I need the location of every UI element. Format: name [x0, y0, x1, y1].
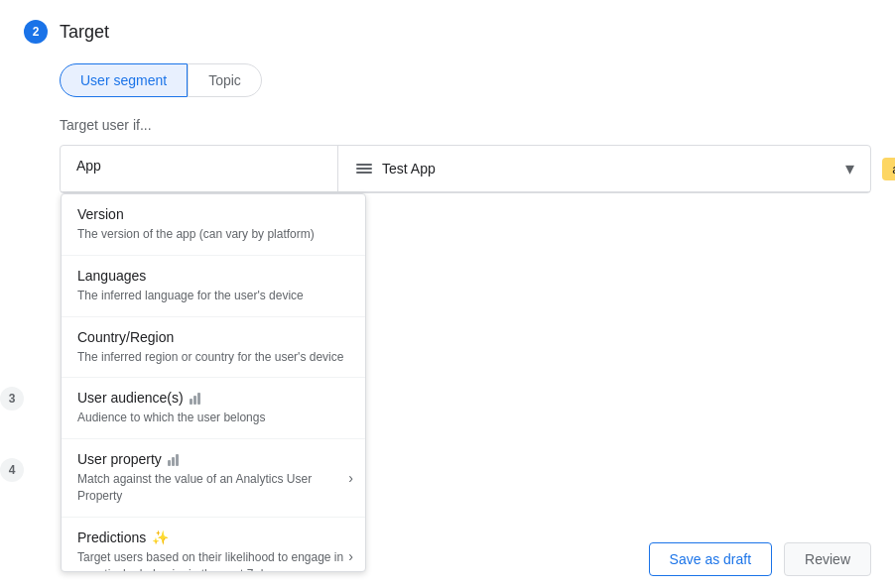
step-badge-4: 4 — [0, 458, 24, 482]
dropdown-item-predictions[interactable]: Predictions ✨ Target users based on thei… — [62, 518, 365, 571]
item-title-country: Country/Region — [77, 329, 174, 345]
col-value-cell: Test App ▾ — [338, 146, 870, 191]
tab-topic[interactable]: Topic — [188, 63, 262, 97]
app-icon — [354, 159, 374, 178]
bar-chart-icon-audiences — [190, 391, 200, 405]
tabs-row: User segment Topic — [60, 63, 871, 97]
page-container: 2 Target User segment Topic Target user … — [0, 0, 895, 588]
chevron-right-icon-predictions: › — [348, 548, 353, 564]
item-desc-version: The version of the app (can vary by plat… — [77, 226, 349, 243]
dropdown-item-audiences[interactable]: User audience(s) Audience to which the u… — [62, 378, 365, 439]
svg-rect-0 — [356, 164, 372, 166]
content-area: App Test App ▾ and — [60, 145, 871, 193]
col-app-header: App — [61, 146, 338, 191]
item-desc-user-property: Match against the value of an Analytics … — [77, 471, 349, 505]
item-title-row-predictions: Predictions ✨ — [77, 529, 349, 545]
sparkle-icon-predictions: ✨ — [152, 529, 169, 545]
item-desc-country: The inferred region or country for the u… — [77, 349, 349, 366]
app-value-row: Test App — [354, 159, 436, 178]
bottom-bar: Save as draft Review — [649, 530, 871, 588]
item-title-languages: Languages — [77, 268, 146, 284]
bar-chart-icon-user-property — [168, 452, 179, 466]
item-desc-audiences: Audience to which the user belongs — [77, 410, 349, 426]
item-title-version: Version — [77, 206, 124, 222]
item-title-row-audiences: User audience(s) — [77, 390, 349, 406]
item-title-predictions: Predictions — [77, 529, 146, 545]
dropdown-panel: Version The version of the app (can vary… — [61, 193, 366, 572]
target-label: Target user if... — [60, 117, 871, 133]
step-badge-2: 2 — [24, 20, 48, 44]
dropdown-item-languages[interactable]: Languages The inferred language for the … — [62, 256, 365, 317]
tab-user-segment[interactable]: User segment — [60, 63, 188, 97]
and-badge: and — [882, 158, 895, 180]
app-value-text: Test App — [382, 161, 436, 176]
svg-rect-1 — [356, 168, 372, 170]
header-row: 2 Target — [24, 20, 871, 44]
item-title-row-version: Version — [77, 206, 349, 222]
dropdown-item-user-property[interactable]: User property Match against the value of… — [62, 439, 365, 518]
review-button[interactable]: Review — [784, 542, 871, 576]
page-title: Target — [60, 22, 109, 43]
item-title-row-country: Country/Region — [77, 329, 349, 345]
dropdown-arrow-icon[interactable]: ▾ — [845, 158, 854, 179]
dropdown-item-country[interactable]: Country/Region The inferred region or co… — [62, 317, 365, 379]
save-draft-button[interactable]: Save as draft — [649, 542, 773, 576]
dropdown-item-version[interactable]: Version The version of the app (can vary… — [62, 194, 365, 256]
table-wrapper: App Test App ▾ and — [60, 145, 871, 193]
dropdown-scrollable[interactable]: Version The version of the app (can vary… — [62, 194, 365, 571]
step-badge-3: 3 — [0, 387, 24, 411]
svg-rect-2 — [356, 172, 372, 174]
table-header-row: App Test App ▾ — [61, 146, 870, 192]
item-title-row-languages: Languages — [77, 268, 349, 284]
item-title-user-property: User property — [77, 451, 162, 467]
chevron-right-icon-user-property: › — [348, 470, 353, 486]
item-title-row-user-property: User property — [77, 451, 349, 467]
item-desc-languages: The inferred language for the user's dev… — [77, 288, 349, 304]
item-desc-predictions: Target users based on their likelihood t… — [77, 549, 349, 571]
item-title-audiences: User audience(s) — [77, 390, 184, 406]
